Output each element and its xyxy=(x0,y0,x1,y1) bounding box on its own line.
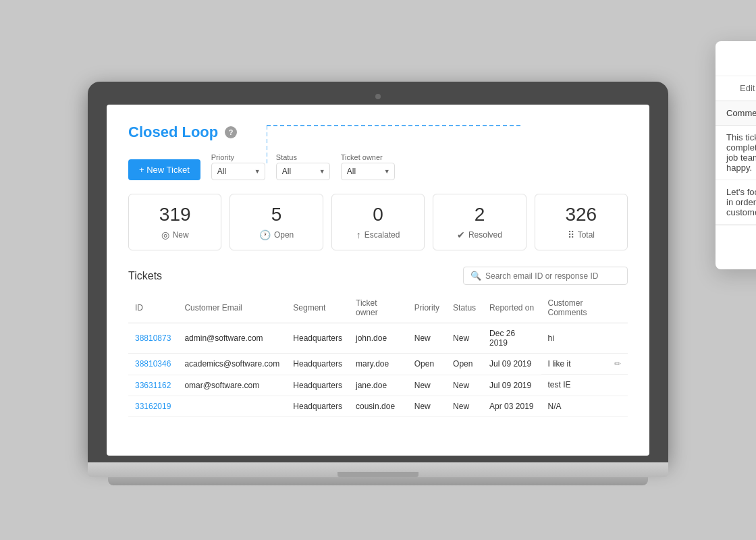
update-ticket-modal: Update ticket {ID} Edit Comments Logs Co… xyxy=(716,41,756,269)
search-box[interactable]: 🔍 xyxy=(463,267,628,285)
toolbar: + New Ticket Priority All New Open xyxy=(128,153,628,180)
stat-open: 5 🕐 Open xyxy=(230,194,323,250)
stat-open-label: 🕐 Open xyxy=(238,230,314,240)
col-id: ID xyxy=(128,293,178,323)
cell-reported: Dec 26 2019 xyxy=(483,323,541,354)
stat-resolved: 2 ✔ Resolved xyxy=(433,194,526,250)
cell-status: New xyxy=(446,396,483,416)
col-comments: Customer Comments xyxy=(541,293,628,323)
modal-footer: Cancel Update ticket xyxy=(716,225,756,269)
cell-priority: New xyxy=(408,396,446,416)
cell-owner: mary.doe xyxy=(349,354,408,375)
ticket-id-link[interactable]: 38810873 xyxy=(135,333,171,343)
stat-new-label: ◎ New xyxy=(137,230,213,240)
status-select-wrapper: All New Open xyxy=(276,163,330,180)
priority-filter-group: Priority All New Open xyxy=(211,153,265,180)
col-segment: Segment xyxy=(286,293,349,323)
search-input[interactable] xyxy=(485,271,620,281)
owner-select[interactable]: All xyxy=(341,163,395,180)
cell-status: New xyxy=(446,323,483,354)
cell-comments: I like it✏ xyxy=(541,354,628,375)
cell-owner: john.doe xyxy=(349,323,408,354)
cell-status: New xyxy=(446,375,483,396)
col-priority: Priority xyxy=(408,293,446,323)
help-icon[interactable]: ? xyxy=(225,126,237,138)
cell-priority: New xyxy=(408,375,446,396)
ticket-id-link[interactable]: 38810346 xyxy=(135,359,171,369)
new-ticket-button[interactable]: + New Ticket xyxy=(128,159,200,180)
total-icon: ⠿ xyxy=(568,230,574,240)
col-status: Status xyxy=(446,293,483,323)
cell-comments: N/A xyxy=(541,396,628,416)
table-row: 33162019 Headquarters cousin.doe New New… xyxy=(128,396,628,416)
cell-email xyxy=(178,396,286,416)
stat-total-label: ⠿ Total xyxy=(543,230,619,240)
tickets-header: Tickets 🔍 xyxy=(128,267,628,285)
cell-reported: Apr 03 2019 xyxy=(483,396,541,416)
tickets-title: Tickets xyxy=(128,270,162,282)
ticket-id-link[interactable]: 33631162 xyxy=(135,381,171,390)
cell-reported: Jul 09 2019 xyxy=(483,354,541,375)
escalated-icon: ↑ xyxy=(356,230,361,240)
cell-owner: cousin.doe xyxy=(349,396,408,416)
cell-priority: New xyxy=(408,323,446,354)
stat-open-number: 5 xyxy=(238,204,314,225)
table-row: 38810346 academics@software.com Headquar… xyxy=(128,354,628,375)
status-label: Status xyxy=(276,153,330,161)
stat-new-number: 319 xyxy=(137,204,213,225)
priority-select[interactable]: All New Open xyxy=(211,163,265,180)
comment-row: This ticket is now completed, awesome jo… xyxy=(716,126,756,180)
comment-row: Let's focus on this ticket in order to a… xyxy=(716,180,756,225)
ticket-id-link[interactable]: 33162019 xyxy=(135,402,171,411)
resolved-icon: ✔ xyxy=(457,230,465,240)
stat-escalated-number: 0 xyxy=(340,204,416,225)
stat-resolved-number: 2 xyxy=(441,204,517,225)
cell-comments: hi xyxy=(541,323,628,354)
cell-owner: jane.doe xyxy=(349,375,408,396)
comment-text: This ticket is now completed, awesome jo… xyxy=(716,126,756,180)
laptop-base xyxy=(88,462,668,477)
owner-filter-group: Ticket owner All xyxy=(341,153,395,180)
status-select[interactable]: All New Open xyxy=(276,163,330,180)
cell-id: 38810873 xyxy=(128,323,178,354)
owner-select-wrapper: All xyxy=(341,163,395,180)
owner-label: Ticket owner xyxy=(341,153,395,161)
edit-icon[interactable]: ✏ xyxy=(614,359,621,369)
cell-comments: test IE xyxy=(541,375,628,396)
cell-status: Open xyxy=(446,354,483,375)
cell-email: omar@software.com xyxy=(178,375,286,396)
camera xyxy=(375,94,381,99)
cell-id: 33162019 xyxy=(128,396,178,416)
stat-resolved-label: ✔ Resolved xyxy=(441,230,517,240)
priority-select-wrapper: All New Open xyxy=(211,163,265,180)
comments-table: Comment Date Author This ticket is now c… xyxy=(716,101,756,225)
cell-segment: Headquarters xyxy=(286,396,349,416)
col-email: Customer Email xyxy=(178,293,286,323)
cell-id: 33631162 xyxy=(128,375,178,396)
modal-title: Update ticket {ID} xyxy=(716,41,756,76)
priority-label: Priority xyxy=(211,153,265,161)
cell-id: 38810346 xyxy=(128,354,178,375)
cell-segment: Headquarters xyxy=(286,375,349,396)
stat-escalated-label: ↑ Escalated xyxy=(340,230,416,240)
tickets-table: ID Customer Email Segment Ticket owner P… xyxy=(128,293,628,417)
tab-edit[interactable]: Edit xyxy=(729,76,756,101)
stat-total-number: 326 xyxy=(543,204,619,225)
cell-email: academics@software.com xyxy=(178,354,286,375)
cell-priority: Open xyxy=(408,354,446,375)
comment-text: Let's focus on this ticket in order to a… xyxy=(716,180,756,225)
search-icon: 🔍 xyxy=(470,271,481,281)
table-row: 33631162 omar@software.com Headquarters … xyxy=(128,375,628,396)
cell-segment: Headquarters xyxy=(286,354,349,375)
status-filter-group: Status All New Open xyxy=(276,153,330,180)
col-owner: Ticket owner xyxy=(349,293,408,323)
col-reported: Reported on xyxy=(483,293,541,323)
stat-total: 326 ⠿ Total xyxy=(535,194,628,250)
stats-row: 319 ◎ New 5 🕐 Open xyxy=(128,194,628,250)
page-title: Closed Loop xyxy=(128,124,218,141)
new-icon: ◎ xyxy=(161,230,169,240)
app-content: Closed Loop ? + New Ticket Priority All … xyxy=(107,105,649,436)
cell-reported: Jul 09 2019 xyxy=(483,375,541,396)
stat-new: 319 ◎ New xyxy=(128,194,221,250)
screen: Closed Loop ? + New Ticket Priority All … xyxy=(107,105,649,456)
